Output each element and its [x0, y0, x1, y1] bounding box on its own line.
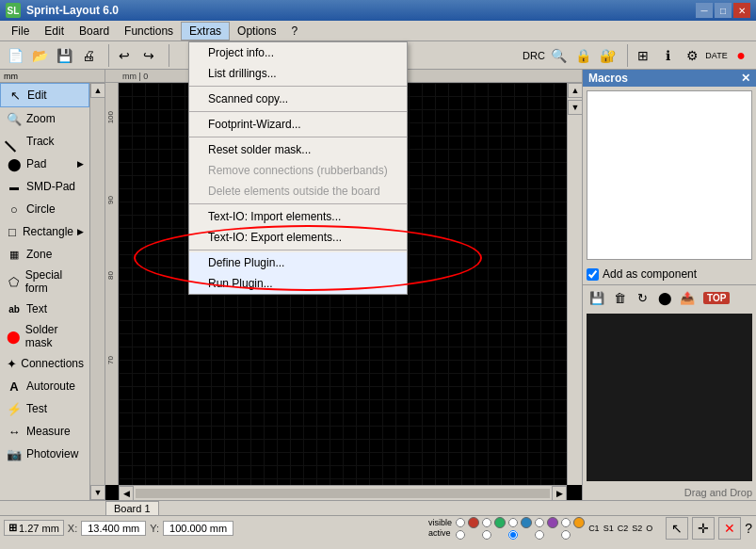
scrollbar-vertical[interactable]: ▲ ▼ [567, 83, 582, 485]
sidebar-scroll-down[interactable]: ▼ [90, 485, 105, 500]
macros-export-btn[interactable]: ⬤ [654, 287, 675, 308]
menu-board[interactable]: Board [72, 23, 117, 40]
ruler-vertical: 100 90 80 70 [105, 83, 119, 485]
menu-reset-solder-mask[interactable]: Reset solder mask... [189, 139, 407, 160]
c2-label: C2 [618, 524, 629, 533]
menu-extras[interactable]: Extras [181, 22, 230, 40]
menu-file[interactable]: File [4, 23, 37, 40]
window-controls[interactable]: ─ □ ✕ [696, 3, 750, 18]
info-button[interactable]: ℹ [656, 44, 679, 67]
new-button[interactable]: 📄 [4, 44, 26, 67]
sidebar-item-pad[interactable]: ⬤ Pad ▶ [0, 153, 89, 175]
hscroll-right[interactable]: ▶ [552, 486, 567, 501]
menu-functions[interactable]: Functions [117, 23, 181, 40]
sidebar-label-edit: Edit [27, 89, 47, 102]
sidebar-item-test[interactable]: ⚡ Test [0, 397, 89, 420]
vis-c1-radio[interactable] [456, 518, 465, 527]
menu-textio-import[interactable]: Text-IO: Import elements... [189, 206, 407, 227]
macros-close-button[interactable]: ✕ [741, 72, 750, 85]
sidebar-item-connections[interactable]: ✦ Connections [0, 352, 89, 375]
menu-edit[interactable]: Edit [37, 23, 72, 40]
drc-button[interactable]: DRC [523, 44, 545, 67]
ruler-v-label2: 90 [106, 196, 115, 204]
sidebar-label-rectangle: Rectangle [23, 225, 73, 238]
act-s2-radio[interactable] [535, 530, 544, 540]
menu-run-plugin[interactable]: Run Plugin... [189, 273, 407, 294]
menu-project-info[interactable]: Project info... [189, 42, 407, 63]
minimize-button[interactable]: ─ [696, 3, 713, 18]
sidebar-item-edit[interactable]: ↖ Edit [0, 83, 89, 107]
act-o-radio[interactable] [561, 530, 571, 540]
crosshair-tool-btn[interactable]: ✛ [692, 517, 715, 540]
add-as-component-checkbox[interactable] [587, 268, 599, 281]
sidebar-item-track[interactable]: | Track [0, 130, 89, 153]
circle-btn2[interactable]: ● [730, 44, 752, 67]
board-tab-1[interactable]: Board 1 [105, 501, 159, 515]
sidebar-item-zone[interactable]: ▦ Zone [0, 243, 89, 266]
erase-tool-btn[interactable]: ✕ [718, 517, 741, 540]
s2-label: S2 [632, 524, 642, 533]
sidebar-label-autoroute: Autoroute [26, 379, 75, 393]
connections-icon: ✦ [6, 355, 17, 372]
menu-define-plugin[interactable]: Define Plugin... [189, 252, 407, 273]
text-icon: ab [6, 300, 23, 317]
add-as-component-label: Add as component [603, 267, 697, 281]
open-button[interactable]: 📂 [28, 44, 51, 67]
vis-s2-radio[interactable] [535, 518, 544, 527]
menu-help[interactable]: ? [283, 23, 305, 40]
vis-c2-radio[interactable] [508, 518, 518, 527]
act-c2-radio[interactable] [508, 530, 518, 540]
menu-options[interactable]: Options [230, 23, 283, 40]
sidebar-label-zoom: Zoom [26, 112, 56, 125]
menu-footprint-wizard[interactable]: Footprint-Wizard... [189, 114, 407, 135]
vscroll-up[interactable]: ▲ [568, 83, 582, 98]
macros-delete-btn[interactable]: 🗑 [609, 287, 630, 308]
sidebar-item-photoview[interactable]: 📷 Photoview [0, 443, 89, 465]
s2-dot [547, 517, 558, 528]
menu-list-drillings[interactable]: List drillings... [189, 63, 407, 84]
print-button[interactable]: 🖨 [77, 44, 100, 67]
grid-icon: ⊞ [8, 522, 17, 534]
macros-import-btn[interactable]: 📤 [677, 287, 698, 308]
act-s1-radio[interactable] [482, 530, 491, 540]
close-button[interactable]: ✕ [733, 3, 750, 18]
macros-save-btn[interactable]: 💾 [587, 287, 607, 308]
macros-refresh-btn[interactable]: ↻ [632, 287, 652, 308]
sidebar-scrollbar: ▲ ▼ [89, 83, 105, 500]
sidebar-item-rectangle[interactable]: □ Rectangle ▶ [0, 220, 89, 243]
hscroll-left[interactable]: ◀ [119, 486, 134, 501]
component-button[interactable]: ⚙ [681, 44, 703, 67]
o-dot [573, 517, 585, 528]
menu-textio-export[interactable]: Text-IO: Export elements... [189, 227, 407, 248]
sidebar-item-zoom[interactable]: 🔍 Zoom [0, 107, 89, 130]
sidebar-item-text[interactable]: ab Text [0, 298, 89, 320]
title-bar: SL Sprint-Layout 6.0 ─ □ ✕ [0, 0, 756, 21]
sidebar-item-specialform[interactable]: ⬠ Special form [0, 266, 89, 298]
sidebar-item-smdpad[interactable]: ▬ SMD-Pad [0, 175, 89, 198]
undo-button[interactable]: ↩ [113, 44, 136, 67]
extras-dropdown-menu[interactable]: Project info... List drillings... Scanne… [188, 41, 408, 295]
sidebar-item-autoroute[interactable]: A Autoroute [0, 375, 89, 397]
grid-button[interactable]: ⊞ [632, 44, 654, 67]
lock2-button[interactable]: 🔐 [596, 44, 619, 67]
hscroll-thumb[interactable] [136, 489, 550, 498]
sidebar-item-soldermask[interactable]: ⬤ Solder mask [0, 320, 89, 352]
menu-scanned-copy[interactable]: Scanned copy... [189, 89, 407, 109]
zoom-button[interactable]: 🔍 [547, 44, 570, 67]
scrollbar-horizontal[interactable]: ◀ ▶ [119, 485, 567, 500]
act-c1-radio[interactable] [456, 530, 465, 540]
redo-button[interactable]: ↪ [137, 44, 160, 67]
question-mark: ? [745, 521, 752, 536]
sidebar-scroll-up[interactable]: ▲ [90, 83, 105, 98]
lock-button[interactable]: 🔒 [571, 44, 594, 67]
cursor-tool-btn[interactable]: ↖ [666, 517, 688, 540]
vis-o-radio[interactable] [561, 518, 571, 527]
vscroll-down[interactable]: ▼ [568, 100, 582, 115]
vis-s1-radio[interactable] [482, 518, 491, 527]
maximize-button[interactable]: □ [715, 3, 732, 18]
save-button[interactable]: 💾 [53, 44, 75, 67]
sidebar-label-photoview: Photoview [26, 447, 78, 460]
sidebar-item-circle[interactable]: ○ Circle [0, 198, 89, 220]
sidebar-item-measure[interactable]: ↔ Measure [0, 420, 89, 443]
date-button[interactable]: DATE [705, 44, 728, 67]
